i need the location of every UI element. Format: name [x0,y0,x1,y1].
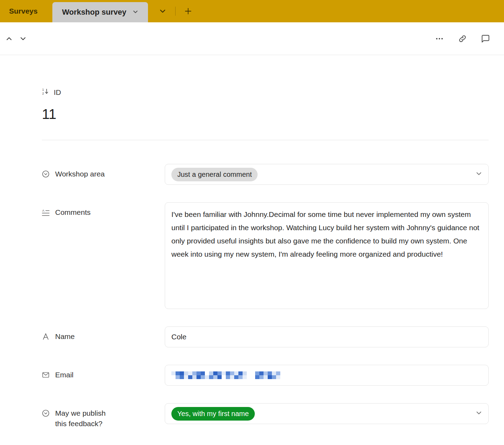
ellipsis-icon [435,34,444,43]
id-field-header: 1 2 ID [42,88,489,97]
field-row-email: Email [42,365,489,386]
name-input[interactable]: Cole [165,326,489,347]
field-row-workshop-area: Workshop area Just a general comment [42,164,489,185]
next-record-button[interactable] [16,32,30,46]
chevron-down-icon [476,409,482,418]
workshop-area-label: Workshop area [42,164,165,179]
field-row-name: Name Cole [42,326,489,347]
record-comments-button[interactable] [481,34,490,43]
tab-workshop-survey-label: Workshop survey [62,8,126,17]
id-field-value: 11 [42,106,489,122]
single-select-icon [42,409,50,417]
email-input[interactable] [165,365,489,386]
add-table-button[interactable] [184,7,192,15]
previous-record-button[interactable] [2,32,16,46]
workshop-area-select[interactable]: Just a general comment [165,164,489,185]
comments-textarea[interactable]: I've been familiar with Johnny.Decimal f… [165,202,489,309]
publish-pill: Yes, with my first name [171,407,255,421]
tab-workshop-survey[interactable]: Workshop survey [52,2,148,22]
chevron-down-icon [19,35,27,43]
envelope-icon [42,371,50,379]
workshop-area-pill: Just a general comment [171,168,258,181]
tabbar-divider [175,7,176,16]
field-row-publish: May we publish this feedback? Yes, with … [42,403,489,429]
chevron-down-icon [476,170,482,179]
svg-text:A: A [42,209,44,212]
record-detail: 1 2 ID 11 Workshop area Just a general c… [0,88,504,429]
record-menu-button[interactable] [435,34,444,43]
chevron-down-icon[interactable] [133,8,138,17]
long-text-icon: A [42,209,50,216]
publish-label: May we publish this feedback? [42,403,165,429]
single-select-icon [42,170,50,178]
tab-surveys-label: Surveys [9,7,38,15]
section-divider [42,140,489,140]
copy-record-link-button[interactable] [458,34,467,43]
id-field-label: ID [54,88,61,97]
svg-text:1: 1 [42,88,44,91]
record-toolbar [0,22,504,55]
comments-label: A Comments [42,202,165,218]
link-icon [458,34,467,43]
field-row-comments: A Comments I've been familiar with Johnn… [42,202,489,309]
autonumber-icon: 1 2 [42,88,49,97]
comment-bubble-icon [481,34,490,43]
name-label: Name [42,326,165,342]
single-line-text-icon [42,333,50,340]
chevron-up-icon [5,35,13,43]
redacted-email-pixelation [171,371,280,379]
tables-menu-chevron-icon[interactable] [159,8,166,15]
tab-surveys[interactable]: Surveys [0,0,47,22]
svg-text:2: 2 [42,92,44,95]
publish-select[interactable]: Yes, with my first name [165,403,489,424]
table-tabs-bar: Surveys Workshop survey [0,0,504,22]
email-label: Email [42,365,165,380]
